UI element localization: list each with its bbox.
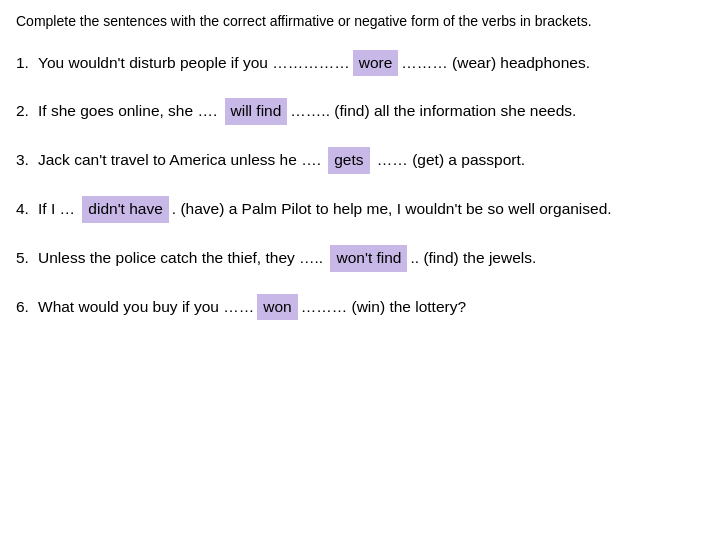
sentence-number: 1. — [16, 51, 38, 76]
sentence-item: 3. Jack can't travel to America unless h… — [16, 147, 704, 174]
sentence-item: 4. If I … didn't have. (have) a Palm Pil… — [16, 196, 704, 223]
sentence-number: 2. — [16, 99, 38, 124]
sentence-plain-text: Jack can't travel to America unless he …… — [38, 151, 325, 168]
answer-box: didn't have — [82, 196, 169, 223]
sentence-plain-text: .. (find) the jewels. — [410, 249, 536, 266]
sentence-plain-text: Unless the police catch the thief, they … — [38, 249, 327, 266]
instruction: Complete the sentences with the correct … — [16, 12, 704, 32]
answer-box: wore — [353, 50, 399, 77]
answer-box: won't find — [330, 245, 407, 272]
sentence-plain-text: You wouldn't disturb people if you …………… — [38, 54, 350, 71]
sentence-number: 3. — [16, 148, 38, 173]
sentence-plain-text: ……… (win) the lottery? — [301, 298, 466, 315]
sentence-item: 6. What would you buy if you ……won……… (w… — [16, 294, 704, 321]
answer-box: won — [257, 294, 297, 321]
sentence-plain-text: . (have) a Palm Pilot to help me, I woul… — [172, 200, 612, 217]
sentence-item: 1. You wouldn't disturb people if you ……… — [16, 50, 704, 77]
sentence-text: Jack can't travel to America unless he …… — [38, 147, 704, 174]
sentence-item: 2. If she goes online, she …. will find…… — [16, 98, 704, 125]
sentence-text: Unless the police catch the thief, they … — [38, 245, 704, 272]
sentence-text: If I … didn't have. (have) a Palm Pilot … — [38, 196, 704, 223]
sentence-plain-text: …….. (find) all the information she need… — [290, 102, 576, 119]
answer-box: gets — [328, 147, 369, 174]
sentence-number: 6. — [16, 295, 38, 320]
sentence-text: You wouldn't disturb people if you ……………… — [38, 50, 704, 77]
answer-box: will find — [225, 98, 288, 125]
sentence-plain-text: ……… (wear) headphones. — [401, 54, 590, 71]
sentences-list: 1. You wouldn't disturb people if you ……… — [16, 50, 704, 321]
sentence-number: 5. — [16, 246, 38, 271]
sentence-item: 5. Unless the police catch the thief, th… — [16, 245, 704, 272]
sentence-number: 4. — [16, 197, 38, 222]
sentence-plain-text: If she goes online, she …. — [38, 102, 222, 119]
sentence-plain-text: What would you buy if you …… — [38, 298, 254, 315]
sentence-text: What would you buy if you ……won……… (win)… — [38, 294, 704, 321]
sentence-text: If she goes online, she …. will find……..… — [38, 98, 704, 125]
sentence-plain-text: …… (get) a passport. — [373, 151, 525, 168]
sentence-plain-text: If I … — [38, 200, 79, 217]
